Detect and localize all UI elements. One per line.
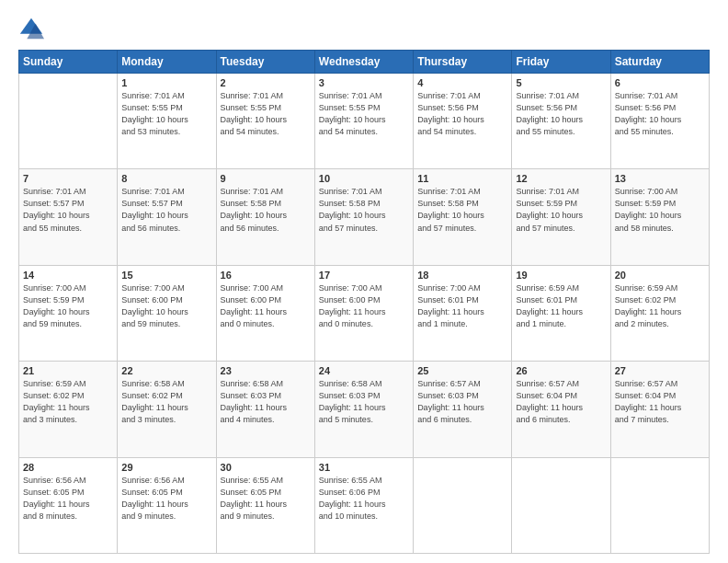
- calendar-cell: 30Sunrise: 6:55 AM Sunset: 6:05 PM Dayli…: [216, 457, 314, 553]
- calendar-cell: 2Sunrise: 7:01 AM Sunset: 5:55 PM Daylig…: [216, 74, 314, 169]
- day-info: Sunrise: 6:58 AM Sunset: 6:02 PM Dayligh…: [121, 378, 211, 426]
- calendar-cell: 16Sunrise: 7:00 AM Sunset: 6:00 PM Dayli…: [216, 265, 314, 361]
- calendar-cell: 5Sunrise: 7:01 AM Sunset: 5:56 PM Daylig…: [512, 74, 610, 169]
- day-number: 17: [319, 270, 409, 281]
- logo: [18, 17, 48, 42]
- day-number: 29: [121, 462, 211, 473]
- day-number: 23: [221, 365, 311, 376]
- calendar-cell: 6Sunrise: 7:01 AM Sunset: 5:56 PM Daylig…: [610, 74, 709, 169]
- day-info: Sunrise: 7:01 AM Sunset: 5:56 PM Dayligh…: [615, 90, 705, 138]
- calendar-cell: 13Sunrise: 7:00 AM Sunset: 5:59 PM Dayli…: [610, 169, 709, 265]
- day-info: Sunrise: 6:58 AM Sunset: 6:03 PM Dayligh…: [221, 378, 311, 426]
- day-info: Sunrise: 7:01 AM Sunset: 5:55 PM Dayligh…: [319, 90, 409, 138]
- day-number: 14: [23, 270, 113, 281]
- calendar-cell: 15Sunrise: 7:00 AM Sunset: 6:00 PM Dayli…: [118, 265, 216, 361]
- calendar-cell: 12Sunrise: 7:01 AM Sunset: 5:59 PM Dayli…: [512, 169, 610, 265]
- calendar-body: 1Sunrise: 7:01 AM Sunset: 5:55 PM Daylig…: [19, 74, 710, 554]
- day-number: 10: [319, 173, 409, 184]
- day-info: Sunrise: 6:57 AM Sunset: 6:04 PM Dayligh…: [516, 378, 606, 426]
- calendar-cell: 8Sunrise: 7:01 AM Sunset: 5:57 PM Daylig…: [118, 169, 216, 265]
- day-number: 25: [417, 365, 507, 376]
- weekday-header-sunday: Sunday: [19, 51, 118, 74]
- day-info: Sunrise: 7:00 AM Sunset: 6:00 PM Dayligh…: [221, 282, 311, 330]
- calendar-cell: 19Sunrise: 6:59 AM Sunset: 6:01 PM Dayli…: [512, 265, 610, 361]
- calendar-table: SundayMondayTuesdayWednesdayThursdayFrid…: [18, 50, 710, 554]
- day-number: 15: [121, 270, 211, 281]
- weekday-header-friday: Friday: [512, 51, 610, 74]
- calendar-cell: 27Sunrise: 6:57 AM Sunset: 6:04 PM Dayli…: [610, 362, 709, 457]
- day-number: 22: [121, 365, 211, 376]
- day-number: 3: [319, 77, 409, 88]
- day-info: Sunrise: 6:59 AM Sunset: 6:02 PM Dayligh…: [615, 282, 705, 330]
- day-number: 21: [23, 365, 113, 376]
- calendar-cell: [414, 457, 512, 553]
- day-number: 6: [615, 77, 705, 88]
- day-info: Sunrise: 7:01 AM Sunset: 5:58 PM Dayligh…: [417, 186, 507, 234]
- day-info: Sunrise: 6:55 AM Sunset: 6:05 PM Dayligh…: [221, 475, 311, 523]
- day-number: 4: [417, 77, 507, 88]
- day-number: 9: [221, 173, 311, 184]
- calendar-cell: 18Sunrise: 7:00 AM Sunset: 6:01 PM Dayli…: [414, 265, 512, 361]
- day-number: 31: [319, 462, 409, 473]
- calendar-cell: 3Sunrise: 7:01 AM Sunset: 5:55 PM Daylig…: [314, 74, 413, 169]
- day-info: Sunrise: 7:00 AM Sunset: 6:00 PM Dayligh…: [319, 282, 409, 330]
- calendar-cell: 21Sunrise: 6:59 AM Sunset: 6:02 PM Dayli…: [19, 362, 118, 457]
- logo-icon: [18, 17, 44, 42]
- calendar-cell: 17Sunrise: 7:00 AM Sunset: 6:00 PM Dayli…: [314, 265, 413, 361]
- calendar-cell: 25Sunrise: 6:57 AM Sunset: 6:03 PM Dayli…: [414, 362, 512, 457]
- day-number: 19: [516, 270, 606, 281]
- calendar-cell: 4Sunrise: 7:01 AM Sunset: 5:56 PM Daylig…: [414, 74, 512, 169]
- day-info: Sunrise: 7:01 AM Sunset: 5:56 PM Dayligh…: [417, 90, 507, 138]
- calendar-week-3: 21Sunrise: 6:59 AM Sunset: 6:02 PM Dayli…: [19, 362, 710, 457]
- day-number: 26: [516, 365, 606, 376]
- calendar-cell: 28Sunrise: 6:56 AM Sunset: 6:05 PM Dayli…: [19, 457, 118, 553]
- day-info: Sunrise: 6:59 AM Sunset: 6:02 PM Dayligh…: [23, 378, 113, 426]
- day-info: Sunrise: 7:01 AM Sunset: 5:56 PM Dayligh…: [516, 90, 606, 138]
- calendar-cell: 7Sunrise: 7:01 AM Sunset: 5:57 PM Daylig…: [19, 169, 118, 265]
- weekday-header-monday: Monday: [118, 51, 216, 74]
- day-number: 8: [121, 173, 211, 184]
- calendar-cell: 1Sunrise: 7:01 AM Sunset: 5:55 PM Daylig…: [118, 74, 216, 169]
- day-number: 20: [615, 270, 705, 281]
- day-info: Sunrise: 7:01 AM Sunset: 5:57 PM Dayligh…: [23, 186, 113, 234]
- calendar-cell: 31Sunrise: 6:55 AM Sunset: 6:06 PM Dayli…: [314, 457, 413, 553]
- calendar-week-4: 28Sunrise: 6:56 AM Sunset: 6:05 PM Dayli…: [19, 457, 710, 553]
- day-number: 5: [516, 77, 606, 88]
- day-info: Sunrise: 7:01 AM Sunset: 5:58 PM Dayligh…: [319, 186, 409, 234]
- day-info: Sunrise: 7:00 AM Sunset: 6:00 PM Dayligh…: [121, 282, 211, 330]
- day-info: Sunrise: 7:01 AM Sunset: 5:59 PM Dayligh…: [516, 186, 606, 234]
- calendar-cell: 22Sunrise: 6:58 AM Sunset: 6:02 PM Dayli…: [118, 362, 216, 457]
- day-number: 13: [615, 173, 705, 184]
- calendar-week-0: 1Sunrise: 7:01 AM Sunset: 5:55 PM Daylig…: [19, 74, 710, 169]
- day-info: Sunrise: 6:59 AM Sunset: 6:01 PM Dayligh…: [516, 282, 606, 330]
- calendar-cell: 11Sunrise: 7:01 AM Sunset: 5:58 PM Dayli…: [414, 169, 512, 265]
- day-number: 7: [23, 173, 113, 184]
- day-info: Sunrise: 6:56 AM Sunset: 6:05 PM Dayligh…: [23, 475, 113, 523]
- day-info: Sunrise: 7:00 AM Sunset: 6:01 PM Dayligh…: [417, 282, 507, 330]
- calendar-cell: 23Sunrise: 6:58 AM Sunset: 6:03 PM Dayli…: [216, 362, 314, 457]
- day-info: Sunrise: 7:01 AM Sunset: 5:58 PM Dayligh…: [221, 186, 311, 234]
- day-info: Sunrise: 7:00 AM Sunset: 5:59 PM Dayligh…: [23, 282, 113, 330]
- day-number: 18: [417, 270, 507, 281]
- weekday-header-row: SundayMondayTuesdayWednesdayThursdayFrid…: [19, 51, 710, 74]
- day-info: Sunrise: 7:01 AM Sunset: 5:55 PM Dayligh…: [221, 90, 311, 138]
- calendar-week-2: 14Sunrise: 7:00 AM Sunset: 5:59 PM Dayli…: [19, 265, 710, 361]
- day-number: 12: [516, 173, 606, 184]
- weekday-header-thursday: Thursday: [414, 51, 512, 74]
- day-info: Sunrise: 6:57 AM Sunset: 6:03 PM Dayligh…: [417, 378, 507, 426]
- calendar-cell: [19, 74, 118, 169]
- calendar-cell: 10Sunrise: 7:01 AM Sunset: 5:58 PM Dayli…: [314, 169, 413, 265]
- header: [18, 17, 710, 42]
- calendar-cell: 24Sunrise: 6:58 AM Sunset: 6:03 PM Dayli…: [314, 362, 413, 457]
- day-info: Sunrise: 6:56 AM Sunset: 6:05 PM Dayligh…: [121, 475, 211, 523]
- calendar-cell: 9Sunrise: 7:01 AM Sunset: 5:58 PM Daylig…: [216, 169, 314, 265]
- day-number: 1: [121, 77, 211, 88]
- calendar-cell: 26Sunrise: 6:57 AM Sunset: 6:04 PM Dayli…: [512, 362, 610, 457]
- calendar-header: SundayMondayTuesdayWednesdayThursdayFrid…: [19, 51, 710, 74]
- day-number: 11: [417, 173, 507, 184]
- page: SundayMondayTuesdayWednesdayThursdayFrid…: [0, 0, 728, 563]
- calendar-cell: 14Sunrise: 7:00 AM Sunset: 5:59 PM Dayli…: [19, 265, 118, 361]
- day-info: Sunrise: 7:01 AM Sunset: 5:55 PM Dayligh…: [121, 90, 211, 138]
- day-number: 2: [221, 77, 311, 88]
- weekday-header-tuesday: Tuesday: [216, 51, 314, 74]
